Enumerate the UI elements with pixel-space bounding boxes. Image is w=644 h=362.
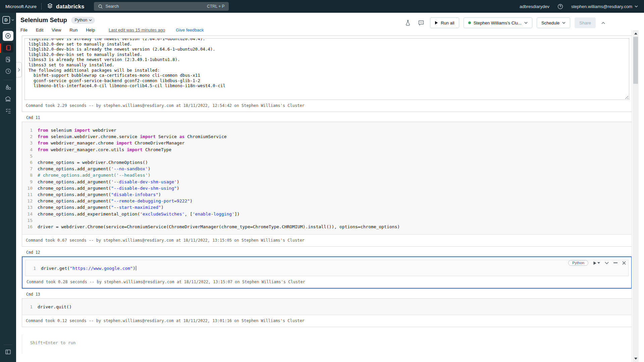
code-cell-cmd13[interactable]: 1driver.quit() Command took 0.12 seconds… <box>22 298 632 327</box>
resize-handle[interactable] <box>624 95 628 99</box>
line-number: 14 <box>22 211 38 217</box>
line-number: 4 <box>22 146 38 153</box>
code-line[interactable]: 6chrome_options = webdriver.ChromeOption… <box>22 159 632 166</box>
databricks-logo[interactable]: databricks <box>46 3 85 10</box>
collapse-cell-chevron[interactable] <box>605 262 609 264</box>
sidebar-divider <box>4 28 12 29</box>
data-shapes-icon <box>5 84 11 90</box>
cmd-label: Cmd 12 <box>26 250 632 255</box>
share-button[interactable]: Share <box>575 17 596 28</box>
cell-status: Command took 0.67 seconds -- by stephen.… <box>22 235 632 246</box>
cell-status: Command took 0.12 seconds -- by stephen.… <box>22 315 632 327</box>
workspace-name[interactable]: adbresdiarydev <box>520 4 549 9</box>
sidebar-divider <box>4 345 12 345</box>
cmd-label: Cmd 11 <box>26 115 632 120</box>
vertical-scrollbar[interactable] <box>633 30 639 362</box>
help-icon[interactable] <box>556 4 565 9</box>
run-all-button[interactable]: Run all <box>430 17 459 28</box>
run-cell-button[interactable] <box>593 261 600 265</box>
line-number: 5 <box>22 153 38 159</box>
chevron-down-icon <box>524 22 528 24</box>
minimize-cell-button[interactable] <box>613 262 618 263</box>
notebook-title[interactable]: Selenium Setup <box>20 16 67 24</box>
sidebar-item-data[interactable] <box>3 82 13 92</box>
code-line[interactable]: 13chrome_options.add_argument("--start-m… <box>22 204 632 210</box>
code-line[interactable]: 5 <box>22 153 632 159</box>
sidebar-collapse-toggle[interactable] <box>3 347 13 357</box>
delete-cell-button[interactable] <box>622 261 626 265</box>
code-editor[interactable]: 1driver.quit() <box>22 299 632 315</box>
code-editor[interactable]: 1from selenium import webdriver2from sel… <box>22 122 632 235</box>
clock-icon <box>5 68 11 74</box>
code-line[interactable]: 3from webdriver_manager.chrome import Ch… <box>22 140 632 146</box>
sidebar-item-create[interactable] <box>3 31 13 41</box>
command-output[interactable]: libglib2.0-dev is already the newest ver… <box>24 38 629 100</box>
cmd-label: Cmd 13 <box>26 292 632 297</box>
search-shortcut: CTRL + P <box>207 4 225 9</box>
menu-view[interactable]: View <box>52 27 61 33</box>
chevron-right-icon <box>18 68 20 72</box>
line-number: 12 <box>22 198 38 204</box>
scrollbar-thumb[interactable] <box>633 37 638 84</box>
code-line[interactable]: 9chrome_options.add_argument('--disable-… <box>22 179 632 185</box>
cluster-selector[interactable]: Stephen Williams's Clu... <box>464 17 532 28</box>
code-line[interactable]: 15 <box>22 217 632 224</box>
last-edit-link[interactable]: Last edit was 15 minutes ago <box>109 27 165 33</box>
output-line: gconf-service gconf-service-backend gcon… <box>29 78 629 83</box>
give-feedback-link[interactable]: Give feedback <box>176 27 204 33</box>
code-line[interactable]: 1from selenium import webdriver <box>22 127 632 133</box>
cell-status: Command took 2.29 seconds -- by stephen.… <box>22 100 632 112</box>
menu-edit[interactable]: Edit <box>36 27 43 33</box>
code-line[interactable]: 10chrome_options.add_argument("--disable… <box>22 185 632 191</box>
code-line[interactable]: 12chrome_options.add_argument("--remote-… <box>22 198 632 204</box>
experiments-flask-icon[interactable] <box>404 19 412 26</box>
code-line[interactable]: 11chrome_options.add_argument("disable-i… <box>22 191 632 198</box>
run-all-label: Run all <box>441 20 454 25</box>
code-line[interactable]: 7chrome_options.add_argument('--no-sandb… <box>22 166 632 172</box>
line-number: 11 <box>22 191 38 198</box>
code-cell-cmd11[interactable]: 1from selenium import webdriver2from sel… <box>22 122 632 247</box>
expand-side-panel-handle[interactable] <box>16 62 22 77</box>
sidebar-item-workspace-notebook[interactable] <box>3 43 13 53</box>
user-menu[interactable]: stephen.williams@resdiary.com <box>571 4 638 9</box>
new-cell-placeholder[interactable]: Shift+Enter to run <box>22 335 632 354</box>
scroll-up-arrow[interactable] <box>633 31 639 36</box>
code-line[interactable]: 1driver.quit() <box>22 304 632 310</box>
notebook-header: Selenium Setup Python File Edit View Run… <box>16 13 644 34</box>
notebook-main: Selenium Setup Python File Edit View Run… <box>16 13 644 362</box>
code-line[interactable]: 16driver = webdriver.Chrome(service=Chro… <box>22 224 632 230</box>
output-line: The following additional packages will b… <box>29 68 629 73</box>
sidebar-item-repos[interactable] <box>3 54 13 64</box>
code-line[interactable]: 14chrome_options.add_experimental_option… <box>22 211 632 217</box>
output-line: libglib2.0-dev is already the newest ver… <box>29 38 629 42</box>
scroll-down-arrow[interactable] <box>633 356 639 361</box>
cell-status: Command took 0.28 seconds -- by stephen.… <box>25 276 629 288</box>
code-cell-cmd12-selected[interactable]: Python 1driver.get("https://ww <box>22 256 632 289</box>
line-number: 16 <box>22 224 38 230</box>
workspace-switcher[interactable]: D <box>2 16 14 24</box>
code-line[interactable]: 4from webdriver_manager.core.utils impor… <box>22 146 632 153</box>
comments-icon[interactable] <box>417 20 426 26</box>
cluster-status-dot <box>468 21 471 24</box>
cell-language-pill[interactable]: Python <box>568 260 588 266</box>
schedule-label: Schedule <box>541 20 559 25</box>
sidebar-item-compute[interactable] <box>3 94 13 104</box>
schedule-button[interactable]: Schedule <box>537 17 570 28</box>
collapse-header-chevron[interactable] <box>600 22 606 24</box>
menu-file[interactable]: File <box>20 27 28 33</box>
left-sidebar: D <box>0 13 16 362</box>
chevron-down-icon <box>89 19 92 21</box>
sidebar-item-workflows[interactable] <box>3 106 13 116</box>
menu-help[interactable]: Help <box>86 27 95 33</box>
notebook-language-selector[interactable]: Python <box>71 17 95 24</box>
menu-run[interactable]: Run <box>69 27 77 33</box>
notebook-icon <box>5 45 11 51</box>
code-line[interactable]: 2from selenium.webdriver.chrome.service … <box>22 133 632 140</box>
panel-toggle-icon <box>5 349 11 355</box>
cluster-name: Stephen Williams's Clu... <box>474 20 522 25</box>
code-editor[interactable]: 1driver.get("https://www.google.com") <box>25 260 629 276</box>
code-line[interactable]: 1driver.get("https://www.google.com") <box>25 265 628 272</box>
code-line[interactable]: 8# chrome_options.add_argument('--headle… <box>22 172 632 178</box>
search-input[interactable]: Search CTRL + P <box>94 2 229 11</box>
sidebar-item-recents[interactable] <box>3 66 13 76</box>
